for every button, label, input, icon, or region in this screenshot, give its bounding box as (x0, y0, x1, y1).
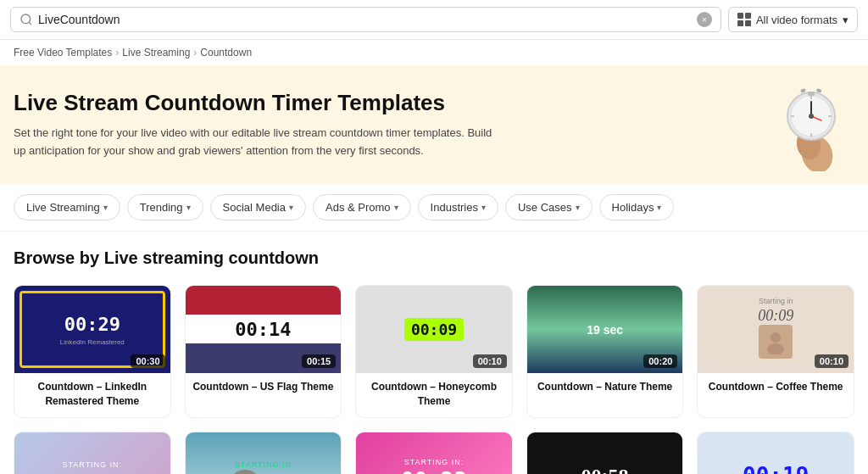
template-label-nature: Countdown – Nature Theme (527, 373, 683, 403)
filter-trending-label: Trending (140, 201, 183, 214)
breadcrumb-sep-1: › (115, 47, 119, 59)
template-label-linkedin: Countdown – LinkedIn Remastered Theme (14, 373, 170, 417)
timer-display-coffee: 00:09 (758, 307, 793, 325)
format-label: All video formats (756, 14, 837, 26)
grid-icon (737, 13, 751, 26)
timer-display-honeycomb: 00:09 (404, 318, 464, 341)
filter-trending-chevron: ▾ (186, 203, 191, 212)
template-grid-row1: 00:29 LinkedIn Remastered 00:30 Countdow… (14, 285, 854, 418)
filter-livestreaming-label: Live Streaming (26, 201, 100, 214)
template-card-silhouette[interactable]: STARTING IN: 00:09 00:10 Countdown – Sil… (14, 432, 171, 474)
format-chevron-icon: ▾ (843, 14, 849, 26)
template-card-coffee[interactable]: Starting in 00:09 00:10 Countdown – Coff… (697, 285, 854, 418)
template-card-ocean[interactable]: STARTING IN 00:09 00:10 Countdown – Ocea… (185, 432, 342, 474)
search-input[interactable] (38, 13, 692, 26)
nav-filters: Live Streaming ▾ Trending ▾ Social Media… (0, 184, 868, 231)
template-label-honeycomb: Countdown – Honeycomb Theme (356, 373, 512, 417)
filter-trending[interactable]: Trending ▾ (127, 194, 203, 220)
svg-point-16 (771, 332, 781, 343)
filter-adspromo[interactable]: Ads & Promo ▾ (313, 194, 411, 220)
filter-industries-label: Industries (431, 201, 478, 214)
svg-point-11 (809, 114, 814, 119)
timer-display-usflag: 00:14 (235, 319, 291, 340)
stopwatch-illustration (771, 78, 847, 171)
browse-title: Browse by Live streaming countdown (14, 248, 854, 268)
template-thumb-linkedin: 00:29 LinkedIn Remastered 00:30 (14, 286, 170, 373)
search-icon (19, 13, 33, 26)
timer-display-ocean: 00:09 (235, 471, 291, 474)
template-grid-row2: STARTING IN: 00:09 00:10 Countdown – Sil… (14, 432, 854, 474)
template-card-dark[interactable]: 00:58 1:00 Countdown – Dark Theme (526, 432, 684, 474)
template-card-honeycomb[interactable]: 00:09 00:10 Countdown – Honeycomb Theme (355, 285, 513, 418)
svg-point-0 (21, 14, 31, 24)
template-label-usflag: Countdown – US Flag Theme (186, 373, 342, 403)
timer-display-dark: 00:58 (581, 465, 629, 474)
template-card-usflag[interactable]: 00:14 00:15 Countdown – US Flag Theme (185, 285, 342, 418)
timer-display-lightblue: 00:19 (743, 463, 809, 474)
filter-usecases[interactable]: Use Cases ▾ (505, 194, 593, 220)
duration-badge-nature: 00:20 (643, 354, 677, 368)
filter-industries[interactable]: Industries ▾ (418, 194, 498, 220)
filter-usecases-label: Use Cases (518, 201, 572, 214)
filter-socialmedia-chevron: ▾ (289, 203, 293, 212)
breadcrumb: Free Video Templates › Live Streaming › … (0, 40, 868, 65)
filter-industries-chevron: ▾ (481, 203, 486, 212)
template-thumb-ocean: STARTING IN 00:09 00:10 (186, 432, 342, 474)
filter-socialmedia[interactable]: Social Media ▾ (210, 194, 306, 220)
template-thumb-lightblue: 00:19 00:20 (698, 432, 854, 474)
duration-badge-honeycomb: 00:10 (473, 354, 507, 368)
template-label-coffee: Countdown – Coffee Theme (698, 373, 854, 403)
template-thumb-pink: STARTING IN: 00:23 00:25 (356, 432, 512, 474)
timer-display-nature: 19 sec (587, 323, 623, 337)
hero-content: Live Stream Countdown Timer Templates Se… (14, 90, 505, 160)
hero-image (766, 74, 851, 176)
timer-display-pink: 00:23 (401, 468, 467, 474)
template-thumb-nature: 19 sec 00:20 (527, 286, 683, 373)
filter-usecases-chevron: ▾ (576, 203, 580, 212)
hero-description: Set the right tone for your live video w… (14, 125, 505, 160)
timer-display-linkedin: 00:29 (64, 314, 120, 335)
template-thumb-silhouette: STARTING IN: 00:09 00:10 (14, 432, 170, 474)
breadcrumb-countdown[interactable]: Countdown (200, 47, 252, 59)
filter-adspromo-chevron: ▾ (394, 203, 398, 212)
template-card-linkedin[interactable]: 00:29 LinkedIn Remastered 00:30 Countdow… (14, 285, 171, 418)
search-input-wrap: × (10, 7, 721, 32)
filter-adspromo-label: Ads & Promo (326, 201, 391, 214)
template-card-lightblue[interactable]: 00:19 00:20 Countdown – Light Blue Theme (697, 432, 854, 474)
format-button[interactable]: All video formats ▾ (728, 7, 858, 32)
filter-holidays-chevron: ▾ (657, 203, 661, 212)
template-card-nature[interactable]: 19 sec 00:20 Countdown – Nature Theme (526, 285, 684, 418)
coffee-photo (759, 325, 793, 359)
duration-badge-linkedin: 00:30 (131, 354, 164, 368)
browse-section: Browse by Live streaming countdown 00:29… (0, 231, 868, 474)
template-card-pink[interactable]: STARTING IN: 00:23 00:25 Countdown – Pin… (355, 432, 513, 474)
template-thumb-coffee: Starting in 00:09 00:10 (698, 286, 854, 373)
filter-holidays[interactable]: Holidays ▾ (599, 194, 675, 220)
svg-point-17 (767, 343, 784, 354)
breadcrumb-home[interactable]: Free Video Templates (14, 47, 112, 59)
hero-title: Live Stream Countdown Timer Templates (14, 90, 505, 116)
template-thumb-honeycomb: 00:09 00:10 (356, 286, 512, 373)
svg-line-1 (29, 22, 31, 25)
hero-section: Live Stream Countdown Timer Templates Se… (0, 65, 868, 184)
duration-badge-coffee: 00:10 (815, 354, 849, 368)
search-clear-button[interactable]: × (697, 12, 712, 27)
breadcrumb-livestreaming[interactable]: Live Streaming (122, 47, 190, 59)
breadcrumb-sep-2: › (193, 47, 197, 59)
filter-livestreaming[interactable]: Live Streaming ▾ (14, 194, 120, 220)
svg-rect-6 (808, 92, 815, 96)
filter-holidays-label: Holidays (612, 201, 654, 214)
search-bar: × All video formats ▾ (0, 0, 868, 40)
duration-badge-usflag: 00:15 (302, 354, 336, 368)
template-thumb-usflag: 00:14 00:15 (186, 286, 342, 373)
template-thumb-dark: 00:58 1:00 (527, 432, 683, 474)
timer-display-silhouette: 00:09 (64, 471, 120, 474)
filter-socialmedia-label: Social Media (223, 201, 286, 214)
filter-livestreaming-chevron: ▾ (103, 203, 108, 212)
